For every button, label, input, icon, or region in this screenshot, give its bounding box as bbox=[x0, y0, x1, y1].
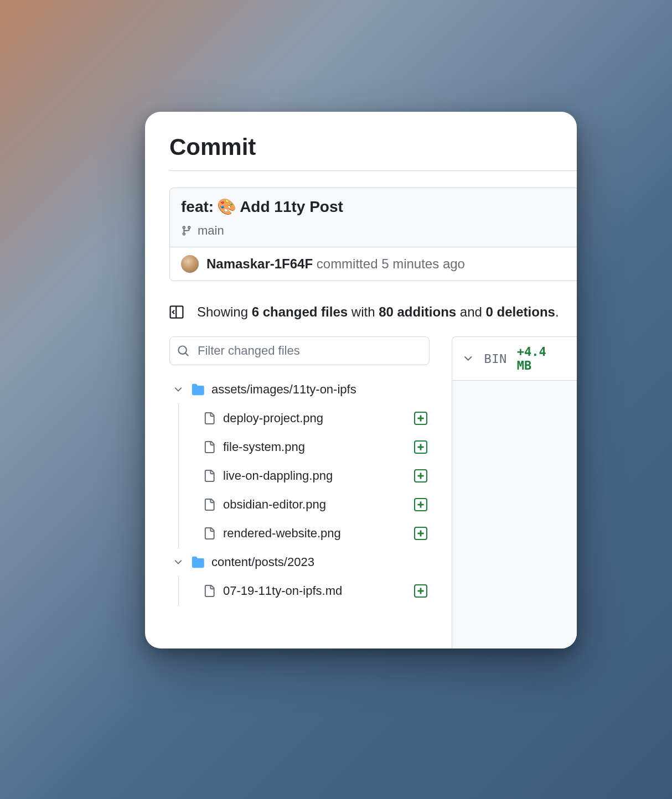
search-icon bbox=[177, 345, 189, 357]
summary-text: Showing 6 changed files with 80 addition… bbox=[197, 304, 559, 320]
diff-body bbox=[452, 381, 577, 648]
commit-box: feat: 🎨 Add 11ty Post main Namaskar-1F64… bbox=[169, 188, 577, 281]
diff-added-icon bbox=[414, 412, 427, 425]
committed-word: committed bbox=[317, 256, 378, 271]
commit-header: feat: 🎨 Add 11ty Post main bbox=[170, 188, 577, 247]
tree-file[interactable]: live-on-dappling.png bbox=[178, 461, 430, 490]
file-tree-panel: assets/images/11ty-on-ipfs deploy-projec… bbox=[169, 336, 430, 648]
additions-count: 80 additions bbox=[379, 304, 456, 319]
chevron-down-icon bbox=[173, 557, 184, 568]
tree-file[interactable]: deploy-project.png bbox=[178, 404, 430, 433]
author-name[interactable]: Namaskar-1F64F bbox=[206, 256, 313, 271]
commit-window: Commit feat: 🎨 Add 11ty Post main Namask… bbox=[145, 112, 577, 648]
changed-count: 6 changed files bbox=[252, 304, 348, 319]
folder-icon bbox=[190, 556, 205, 568]
file-tree: assets/images/11ty-on-ipfs deploy-projec… bbox=[169, 375, 430, 605]
tree-folder[interactable]: content/posts/2023 bbox=[169, 548, 430, 577]
chevron-down-icon[interactable] bbox=[462, 352, 474, 365]
diff-added-icon bbox=[414, 527, 427, 540]
branch-row: main bbox=[181, 224, 566, 238]
file-name: file-system.png bbox=[223, 440, 406, 454]
folder-path: content/posts/2023 bbox=[211, 555, 314, 569]
tree-file[interactable]: 07-19-11ty-on-ipfs.md bbox=[178, 577, 430, 605]
commit-prefix: feat: bbox=[181, 198, 214, 216]
author-row: Namaskar-1F64F committed 5 minutes ago bbox=[170, 247, 577, 281]
commit-message: feat: 🎨 Add 11ty Post bbox=[181, 198, 566, 216]
file-icon bbox=[203, 526, 215, 541]
file-icon bbox=[203, 497, 215, 512]
tree-folder[interactable]: assets/images/11ty-on-ipfs bbox=[169, 375, 430, 404]
diff-size: +4.4 MB bbox=[517, 345, 567, 372]
file-name: live-on-dappling.png bbox=[223, 469, 406, 483]
binary-label: BIN bbox=[484, 352, 506, 366]
summary-row: Showing 6 changed files with 80 addition… bbox=[169, 304, 577, 320]
file-name: deploy-project.png bbox=[223, 411, 406, 426]
file-icon bbox=[203, 584, 215, 598]
diff-panel: BIN +4.4 MB bbox=[452, 336, 577, 648]
tree-file[interactable]: obsidian-editor.png bbox=[178, 490, 430, 519]
folder-icon bbox=[190, 383, 205, 396]
avatar[interactable] bbox=[181, 255, 199, 273]
sidebar-collapse-icon[interactable] bbox=[169, 305, 184, 319]
page-title: Commit bbox=[169, 134, 577, 171]
palette-emoji: 🎨 bbox=[217, 199, 236, 215]
file-icon bbox=[203, 411, 215, 426]
diff-added-icon bbox=[414, 440, 427, 454]
chevron-down-icon bbox=[173, 384, 184, 395]
time-ago: 5 minutes ago bbox=[381, 256, 465, 271]
file-icon bbox=[203, 440, 215, 454]
file-name: 07-19-11ty-on-ipfs.md bbox=[223, 584, 406, 598]
branch-name[interactable]: main bbox=[198, 224, 224, 238]
commit-subject: Add 11ty Post bbox=[240, 198, 343, 216]
diff-header[interactable]: BIN +4.4 MB bbox=[452, 337, 577, 381]
file-name: rendered-website.png bbox=[223, 526, 406, 541]
file-name: obsidian-editor.png bbox=[223, 497, 406, 512]
diff-added-icon bbox=[414, 498, 427, 511]
diff-added-icon bbox=[414, 469, 427, 482]
folder-path: assets/images/11ty-on-ipfs bbox=[211, 382, 356, 397]
filter-wrap bbox=[169, 336, 430, 365]
diff-added-icon bbox=[414, 584, 427, 598]
tree-file[interactable]: rendered-website.png bbox=[178, 519, 430, 548]
tree-file[interactable]: file-system.png bbox=[178, 433, 430, 461]
deletions-count: 0 deletions bbox=[486, 304, 555, 319]
file-icon bbox=[203, 469, 215, 483]
git-branch-icon bbox=[181, 225, 192, 236]
filter-input[interactable] bbox=[169, 336, 430, 365]
